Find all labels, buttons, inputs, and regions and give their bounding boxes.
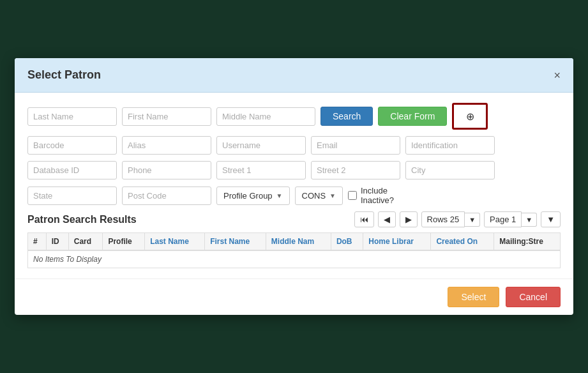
results-table: # ID Card Profile Last Name First Name M…	[27, 232, 561, 268]
col-last-name[interactable]: Last Name	[145, 233, 205, 251]
profile-group-label: Profile Group	[223, 191, 273, 201]
include-inactive-text: IncludeInactive?	[361, 186, 394, 205]
modal-header: Select Patron ×	[15, 58, 573, 93]
barcode-input[interactable]	[27, 136, 117, 155]
identification-input[interactable]	[405, 136, 495, 155]
include-inactive-checkbox[interactable]	[348, 191, 357, 200]
results-title: Patron Search Results	[27, 214, 137, 225]
col-middle-name[interactable]: Middle Nam	[266, 233, 331, 251]
col-hash: #	[28, 233, 47, 251]
chevron-down-icon: ▼	[276, 192, 283, 199]
col-created-on[interactable]: Created On	[431, 233, 494, 251]
rows-control: Rows 25 ▼	[421, 211, 480, 227]
extra-nav-button[interactable]: ▼	[541, 211, 561, 227]
street1-input[interactable]	[216, 161, 306, 179]
col-profile: Profile	[103, 233, 145, 251]
last-name-input[interactable]	[27, 107, 117, 126]
cancel-button[interactable]: Cancel	[506, 287, 561, 307]
page-dropdown[interactable]: Page 1	[484, 211, 522, 227]
chevron-down-icon-cons: ▼	[329, 192, 336, 199]
no-items-text: No Items To Display	[28, 250, 561, 268]
phone-input[interactable]	[122, 161, 211, 179]
first-page-button[interactable]: ⏮	[354, 211, 374, 227]
email-input[interactable]	[311, 136, 400, 155]
page-caret-button[interactable]: ▼	[522, 213, 537, 227]
table-header-row: # ID Card Profile Last Name First Name M…	[28, 233, 561, 251]
city-input[interactable]	[405, 161, 495, 179]
form-row-3	[27, 161, 561, 179]
form-row-4: Profile Group ▼ CONS ▼ IncludeInactive?	[27, 186, 561, 205]
col-dob[interactable]: DoB	[331, 233, 363, 251]
col-mailing-stre: Mailing:Stre	[494, 233, 561, 251]
database-id-input[interactable]	[27, 161, 117, 179]
rows-dropdown[interactable]: Rows 25	[421, 211, 465, 227]
form-row-2	[27, 136, 561, 155]
special-action-button[interactable]: ⊕	[452, 103, 488, 130]
select-button[interactable]: Select	[448, 287, 499, 307]
no-items-row: No Items To Display	[28, 250, 561, 268]
col-card: Card	[68, 233, 103, 251]
clear-form-button[interactable]: Clear Form	[378, 107, 447, 126]
alias-input[interactable]	[122, 136, 211, 155]
col-id: ID	[46, 233, 68, 251]
modal-title: Select Patron	[27, 68, 101, 82]
username-input[interactable]	[216, 136, 306, 155]
state-input[interactable]	[27, 187, 117, 205]
rows-caret-button[interactable]: ▼	[465, 213, 480, 227]
results-controls: ⏮ ◀ ▶ Rows 25 ▼ Page 1 ▼ ▼	[354, 211, 561, 227]
modal-footer: Select Cancel	[15, 278, 573, 315]
plus-circle-icon: ⊕	[466, 110, 474, 123]
form-row-1: Search Clear Form ⊕	[27, 103, 561, 130]
modal-body: Search Clear Form ⊕ Profi	[15, 93, 573, 278]
select-patron-modal: Select Patron × Search Clear Form ⊕	[15, 58, 573, 315]
cons-dropdown[interactable]: CONS ▼	[295, 187, 343, 205]
next-page-button[interactable]: ▶	[400, 211, 418, 227]
prev-page-button[interactable]: ◀	[378, 211, 396, 227]
street2-input[interactable]	[311, 161, 400, 179]
col-first-name[interactable]: First Name	[205, 233, 266, 251]
include-inactive-label[interactable]: IncludeInactive?	[348, 186, 394, 205]
search-button[interactable]: Search	[320, 107, 373, 126]
col-home-library[interactable]: Home Librar	[363, 233, 431, 251]
results-header: Patron Search Results ⏮ ◀ ▶ Rows 25 ▼ Pa…	[27, 211, 561, 227]
post-code-input[interactable]	[122, 187, 211, 205]
cons-label: CONS	[302, 191, 326, 201]
middle-name-input[interactable]	[216, 107, 315, 126]
profile-group-dropdown[interactable]: Profile Group ▼	[216, 187, 290, 205]
page-control: Page 1 ▼	[484, 211, 537, 227]
modal-close-button[interactable]: ×	[554, 70, 561, 81]
first-name-input[interactable]	[122, 107, 211, 126]
